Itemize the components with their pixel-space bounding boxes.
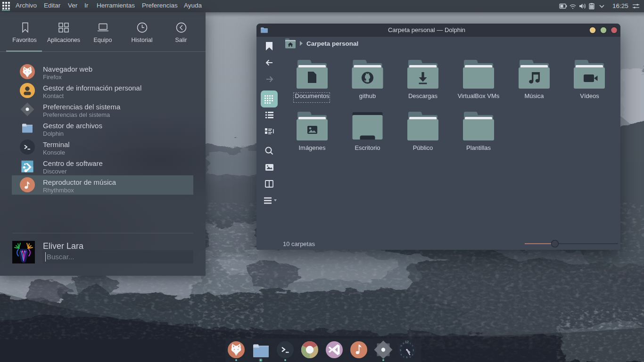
svg-text:12: 12	[405, 340, 409, 344]
svg-text:10: 10	[400, 345, 402, 347]
svg-text:4: 4	[412, 354, 413, 356]
svg-text:2: 2	[412, 345, 413, 347]
svg-text:1: 1	[410, 343, 411, 345]
svg-text:5: 5	[410, 356, 411, 358]
svg-text:11: 11	[403, 343, 405, 345]
svg-text:7: 7	[403, 356, 404, 358]
svg-text:8: 8	[401, 354, 402, 356]
